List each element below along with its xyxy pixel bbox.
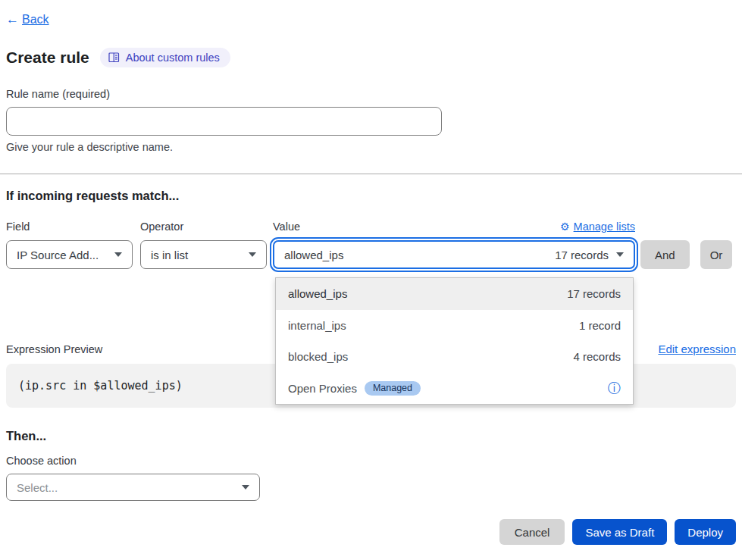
expression-preview-label: Expression Preview — [6, 343, 102, 355]
list-option-blocked-ips[interactable]: blocked_ips 4 records — [276, 341, 633, 373]
about-custom-rules-label: About custom rules — [126, 52, 220, 64]
book-icon — [108, 52, 120, 63]
gear-icon: ⚙ — [560, 221, 570, 233]
match-heading: If incoming requests match... — [6, 189, 179, 203]
condition-row: Field IP Source Add... Operator is in li… — [6, 219, 732, 269]
and-button[interactable]: And — [640, 240, 690, 269]
list-option-records: 1 record — [579, 319, 621, 332]
operator-label: Operator — [140, 221, 183, 233]
rule-name-helper: Give your rule a descriptive name. — [6, 141, 442, 153]
list-option-name: internal_ips — [288, 319, 346, 332]
about-custom-rules-badge[interactable]: About custom rules — [100, 48, 230, 67]
chevron-down-icon — [114, 252, 122, 257]
rule-name-group: Rule name (required) Give your rule a de… — [6, 88, 442, 153]
field-select[interactable]: IP Source Add... — [6, 240, 133, 269]
list-option-name: allowed_ips — [288, 287, 347, 300]
page-title: Create rule — [6, 48, 89, 67]
value-column: Value ⚙ Manage lists allowed_ips 17 reco… — [273, 219, 635, 269]
list-option-records: 4 records — [573, 350, 621, 363]
deploy-button[interactable]: Deploy — [675, 519, 736, 545]
list-option-records: 17 records — [567, 287, 621, 300]
list-option-internal-ips[interactable]: internal_ips 1 record — [276, 310, 633, 342]
or-button[interactable]: Or — [700, 240, 733, 269]
rule-name-input[interactable] — [6, 107, 442, 136]
edit-expression-link[interactable]: Edit expression — [658, 343, 736, 355]
managed-badge: Managed — [365, 381, 421, 396]
manage-lists-link[interactable]: ⚙ Manage lists — [560, 221, 635, 233]
chevron-down-icon — [249, 252, 256, 257]
value-records-count: 17 records — [555, 249, 609, 261]
field-select-value: IP Source Add... — [17, 249, 99, 261]
action-select[interactable]: Select... — [6, 474, 260, 501]
info-icon[interactable]: ⓘ — [608, 382, 621, 395]
action-select-placeholder: Select... — [17, 481, 58, 494]
back-link-label: Back — [22, 13, 49, 27]
list-option-open-proxies[interactable]: Open Proxies Managed ⓘ — [276, 373, 633, 405]
cancel-button[interactable]: Cancel — [499, 519, 565, 545]
chevron-down-icon — [616, 252, 624, 257]
manage-lists-label: Manage lists — [574, 221, 635, 233]
lists-dropdown: allowed_ips 17 records internal_ips 1 re… — [275, 277, 634, 405]
field-column: Field IP Source Add... — [6, 219, 133, 269]
back-link[interactable]: ←Back — [6, 12, 49, 27]
operator-select[interactable]: is in list — [140, 240, 267, 269]
list-option-name: Open Proxies — [288, 382, 357, 395]
back-arrow-icon: ← — [6, 12, 19, 27]
choose-action-group: Choose action Select... — [6, 455, 260, 501]
chevron-down-icon — [242, 485, 249, 490]
then-heading: Then... — [6, 429, 46, 443]
operator-column: Operator is in list — [140, 219, 267, 269]
value-select[interactable]: allowed_ips 17 records — [273, 240, 635, 269]
value-label: Value — [273, 221, 300, 233]
operator-select-value: is in list — [151, 249, 188, 261]
list-option-allowed-ips[interactable]: allowed_ips 17 records — [276, 278, 633, 310]
choose-action-label: Choose action — [6, 455, 260, 467]
section-divider — [0, 174, 742, 174]
save-as-draft-button[interactable]: Save as Draft — [572, 519, 667, 545]
expression-code: (ip.src in $allowed_ips) — [18, 379, 183, 393]
list-option-name: blocked_ips — [288, 350, 348, 363]
field-label: Field — [6, 221, 30, 233]
rule-name-label: Rule name (required) — [6, 88, 442, 100]
value-selected-name: allowed_ips — [284, 249, 343, 261]
footer-actions: Cancel Save as Draft Deploy — [499, 519, 736, 545]
title-row: Create rule About custom rules — [6, 48, 230, 67]
